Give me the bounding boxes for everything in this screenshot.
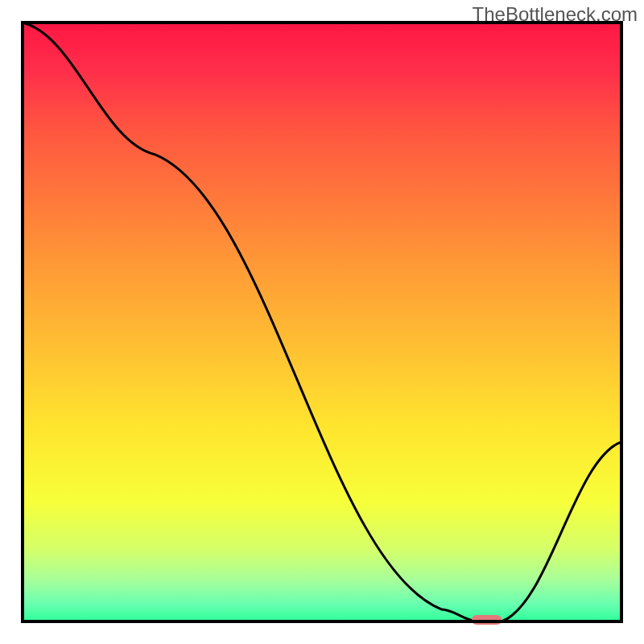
watermark-text: TheBottleneck.com	[473, 3, 638, 26]
chart-svg	[0, 0, 644, 644]
gradient-background	[23, 23, 621, 621]
bottleneck-chart: TheBottleneck.com	[0, 0, 644, 644]
